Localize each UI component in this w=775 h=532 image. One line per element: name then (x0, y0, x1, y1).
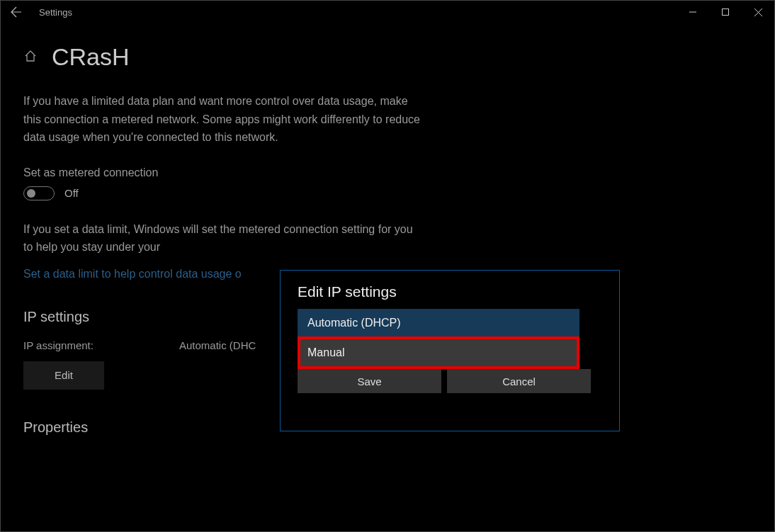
option-automatic-label: Automatic (DHCP) (307, 317, 401, 329)
edit-ip-dialog: Edit IP settings Automatic (DHCP) Manual… (280, 270, 620, 431)
ip-assignment-label: IP assignment: (23, 339, 123, 351)
settings-window: Settings CRasH If you have a limited dat… (0, 0, 775, 532)
maximize-icon (722, 9, 729, 16)
metered-label: Set as metered connection (23, 166, 752, 179)
close-button[interactable] (742, 1, 774, 23)
dialog-title: Edit IP settings (298, 283, 602, 300)
svg-rect-0 (723, 9, 729, 16)
cancel-button-label: Cancel (502, 375, 536, 387)
option-automatic-dhcp[interactable]: Automatic (DHCP) (298, 309, 579, 336)
minimize-icon (689, 9, 696, 16)
app-title: Settings (39, 7, 72, 18)
home-icon (23, 49, 38, 66)
option-manual[interactable]: Manual (300, 339, 577, 366)
save-button-label: Save (357, 375, 381, 387)
toggle-knob (27, 189, 35, 198)
ip-mode-dropdown[interactable]: Automatic (DHCP) Manual (298, 309, 579, 369)
minimize-button[interactable] (677, 1, 709, 23)
titlebar: Settings (1, 1, 774, 23)
edit-button[interactable]: Edit (23, 361, 104, 390)
metered-toggle-state: Off (64, 187, 79, 199)
cancel-button[interactable]: Cancel (447, 369, 591, 393)
close-icon (754, 9, 762, 16)
metered-toggle[interactable] (23, 186, 55, 200)
back-button[interactable] (6, 2, 26, 22)
dialog-button-row: Save Cancel (298, 369, 591, 393)
titlebar-left: Settings (6, 2, 72, 22)
option-manual-highlight: Manual (298, 336, 579, 369)
option-manual-label: Manual (307, 346, 344, 359)
metered-toggle-row: Off (23, 186, 752, 200)
page-header: CRasH (23, 43, 752, 71)
window-controls (677, 1, 774, 23)
edit-button-label: Edit (55, 369, 73, 381)
metered-description: If you have a limited data plan and want… (23, 92, 420, 147)
save-button[interactable]: Save (298, 369, 441, 393)
data-limit-info: If you set a data limit, Windows will se… (23, 220, 420, 256)
page-title: CRasH (52, 43, 130, 71)
back-arrow-icon (11, 6, 22, 18)
maximize-button[interactable] (709, 1, 742, 23)
ip-assignment-value: Automatic (DHC (179, 339, 256, 351)
